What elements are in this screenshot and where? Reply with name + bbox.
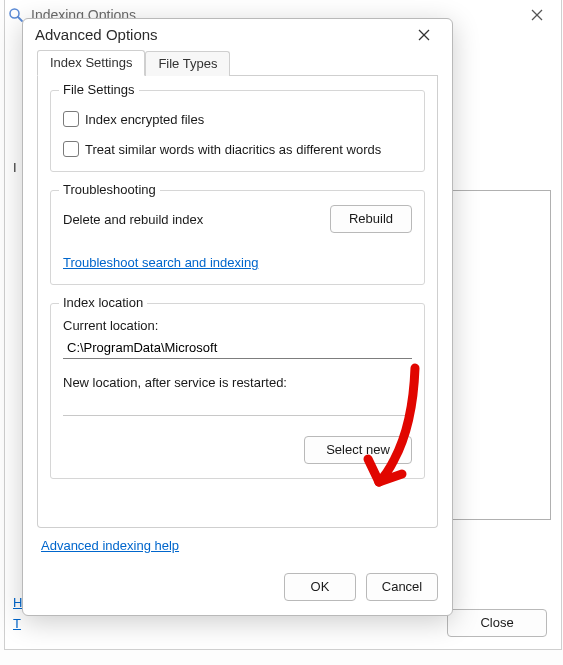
index-location-group: Index location Current location: New loc… [50, 303, 425, 479]
current-location-label: Current location: [63, 318, 412, 333]
tab-panel-index-settings: File Settings Index encrypted files Trea… [37, 76, 438, 528]
parent-label-fragment: I [13, 160, 22, 175]
index-encrypted-label: Index encrypted files [85, 112, 204, 127]
parent-left-column: I H T [13, 160, 22, 631]
troubleshooting-legend: Troubleshooting [59, 182, 160, 197]
select-new-button[interactable]: Select new [304, 436, 412, 464]
advanced-indexing-help-link[interactable]: Advanced indexing help [41, 538, 179, 553]
tab-index-settings[interactable]: Index Settings [37, 50, 145, 76]
parent-link-2[interactable]: T [13, 616, 22, 631]
diacritics-label: Treat similar words with diacritics as d… [85, 142, 381, 157]
advanced-options-dialog: Advanced Options Index Settings File Typ… [22, 18, 453, 616]
indexing-options-close-bottom-button[interactable]: Close [447, 609, 547, 637]
dialog-button-row: OK Cancel [23, 563, 452, 615]
svg-line-1 [18, 17, 22, 21]
troubleshooting-group: Troubleshooting Delete and rebuild index… [50, 190, 425, 285]
advanced-options-title: Advanced Options [35, 26, 158, 43]
delete-rebuild-label: Delete and rebuild index [63, 212, 203, 227]
file-settings-legend: File Settings [59, 82, 139, 97]
advanced-options-titlebar: Advanced Options [23, 19, 452, 50]
diacritics-checkbox[interactable] [63, 141, 79, 157]
rebuild-button[interactable]: Rebuild [330, 205, 412, 233]
indexing-options-close-button[interactable] [515, 1, 559, 29]
tab-file-types[interactable]: File Types [145, 51, 230, 76]
current-location-field[interactable] [63, 337, 412, 359]
close-button[interactable] [404, 20, 444, 50]
troubleshoot-search-link[interactable]: Troubleshoot search and indexing [63, 255, 258, 270]
parent-link-1[interactable]: H [13, 595, 22, 610]
cancel-button[interactable]: Cancel [366, 573, 438, 601]
file-settings-group: File Settings Index encrypted files Trea… [50, 90, 425, 172]
tab-strip: Index Settings File Types [37, 50, 438, 76]
ok-button[interactable]: OK [284, 573, 356, 601]
index-encrypted-checkbox[interactable] [63, 111, 79, 127]
index-location-legend: Index location [59, 295, 147, 310]
new-location-field[interactable] [63, 394, 412, 416]
new-location-label: New location, after service is restarted… [63, 375, 412, 390]
